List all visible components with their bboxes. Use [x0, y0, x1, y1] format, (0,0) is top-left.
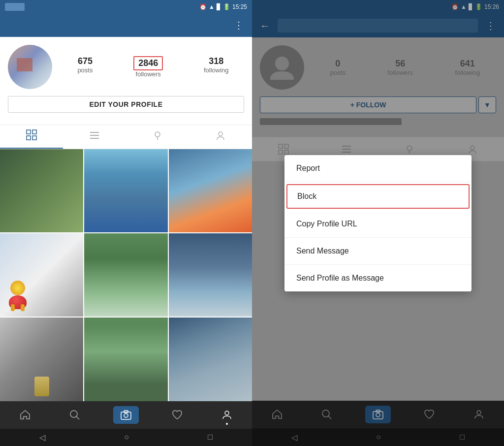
- tab-tag[interactable]: [189, 125, 252, 149]
- menu-item-send-message[interactable]: Send Message: [284, 238, 472, 265]
- photo-grid: [0, 149, 252, 401]
- svg-point-10: [70, 411, 77, 417]
- left-panel: ⏰ ▲ ▊ 🔋 15:25 ⋮ 675 posts: [0, 0, 252, 446]
- grid-icon: [26, 129, 37, 143]
- svg-rect-14: [124, 411, 128, 413]
- back-button[interactable]: ◁: [39, 433, 45, 442]
- left-status-bar: ⏰ ▲ ▊ 🔋 15:25: [0, 0, 252, 14]
- nav-camera[interactable]: [113, 406, 139, 424]
- status-bar-right: ⏰ ▲ ▊ 🔋 15:25: [199, 3, 247, 10]
- profile-top: 675 posts 2846 followers 318 following: [8, 45, 244, 89]
- svg-line-11: [76, 416, 79, 419]
- tag-icon: [215, 130, 226, 144]
- menu-item-send-profile[interactable]: Send Profile as Message: [284, 265, 472, 291]
- following-count: 318: [209, 56, 223, 66]
- followers-count: 2846: [133, 56, 163, 70]
- posts-count: 675: [78, 56, 93, 66]
- right-panel: ⏰ ▲ ▊ 🔋 15:26 ← ⋮ 0 posts: [252, 0, 504, 446]
- tab-grid[interactable]: [0, 125, 63, 149]
- profile-stats: 675 posts 2846 followers 318 following: [62, 56, 244, 78]
- tab-location[interactable]: [126, 125, 189, 149]
- followers-label: followers: [136, 70, 161, 78]
- home-icon: [19, 409, 31, 421]
- svg-point-15: [225, 411, 229, 415]
- svg-rect-3: [32, 136, 36, 140]
- battery-icon: 🔋: [223, 3, 230, 10]
- left-system-nav: ◁ ○ □: [0, 429, 252, 446]
- nav-search[interactable]: [63, 407, 87, 423]
- nav-home[interactable]: [13, 407, 37, 423]
- left-status-time: 15:25: [232, 3, 247, 10]
- followers-stat[interactable]: 2846 followers: [133, 56, 163, 78]
- photo-cell[interactable]: [0, 149, 83, 232]
- menu-item-report[interactable]: Report: [284, 155, 472, 182]
- alarm-icon: ⏰: [199, 3, 207, 10]
- nav-profile[interactable]: [215, 407, 239, 423]
- photo-cell[interactable]: [84, 233, 167, 317]
- avatar: [8, 45, 52, 89]
- heart-icon: [171, 409, 183, 421]
- context-menu: Report Block Copy Profile URL Send Messa…: [284, 155, 472, 291]
- more-options-button[interactable]: ⋮: [234, 19, 244, 31]
- avatar-image: [8, 45, 52, 89]
- photo-cell[interactable]: [169, 233, 252, 317]
- recents-button[interactable]: □: [208, 433, 213, 442]
- profile-icon: [221, 409, 233, 421]
- photo-cell[interactable]: [169, 149, 252, 232]
- photo-cell[interactable]: [0, 318, 83, 401]
- svg-point-13: [124, 414, 128, 417]
- following-label: following: [204, 66, 229, 74]
- list-icon: [89, 130, 100, 144]
- search-icon: [69, 409, 81, 421]
- profile-section: 675 posts 2846 followers 318 following E…: [0, 37, 252, 121]
- context-menu-overlay: Report Block Copy Profile URL Send Messa…: [252, 0, 504, 446]
- photo-cell[interactable]: [0, 233, 83, 317]
- photo-cell[interactable]: [84, 318, 167, 401]
- home-button[interactable]: ○: [124, 433, 129, 442]
- camera-icon: [120, 409, 132, 421]
- edit-profile-button[interactable]: EDIT YOUR PROFILE: [8, 96, 244, 113]
- location-icon: [152, 130, 163, 144]
- nav-heart[interactable]: [165, 407, 189, 423]
- svg-point-7: [155, 132, 160, 137]
- svg-point-9: [219, 132, 222, 136]
- photo-cell[interactable]: [84, 149, 167, 232]
- tab-list[interactable]: [63, 125, 126, 149]
- photo-toy-overlay: [4, 281, 31, 313]
- wifi-icon: ▲: [209, 3, 215, 10]
- posts-stat[interactable]: 675 posts: [77, 56, 93, 78]
- app-logo: [5, 3, 25, 11]
- posts-label: posts: [77, 66, 93, 74]
- signal-icon: ▊: [217, 3, 221, 10]
- menu-item-copy-url[interactable]: Copy Profile URL: [284, 211, 472, 238]
- svg-rect-2: [27, 136, 31, 140]
- photo-cell[interactable]: [169, 318, 252, 401]
- bottom-nav: [0, 401, 252, 429]
- menu-item-block[interactable]: Block: [286, 184, 470, 209]
- status-bar-left: [5, 3, 25, 11]
- profile-tab-bar: [0, 125, 252, 149]
- left-app-bar: ⋮: [0, 14, 252, 37]
- svg-rect-0: [27, 130, 31, 134]
- following-stat[interactable]: 318 following: [204, 56, 229, 78]
- svg-rect-1: [32, 130, 36, 134]
